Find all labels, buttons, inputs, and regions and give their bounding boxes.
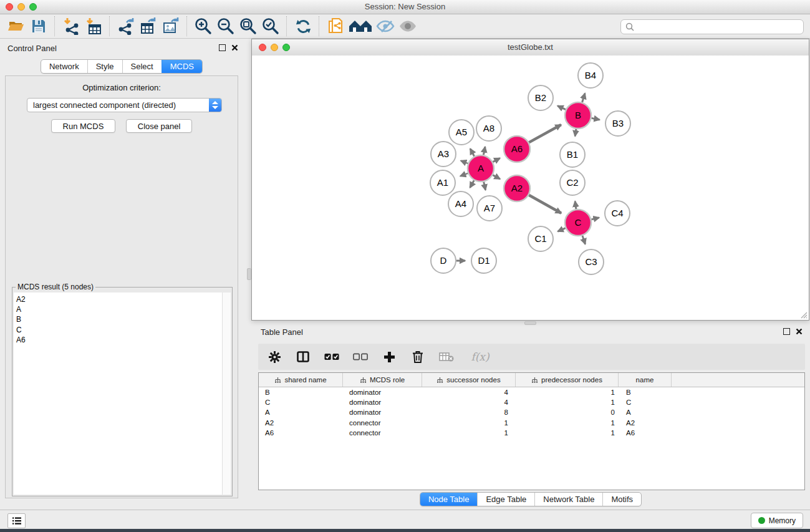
graph-node-A1[interactable]: A1 xyxy=(430,170,455,195)
graph-edge[interactable] xyxy=(529,195,561,213)
result-item[interactable]: B xyxy=(16,314,223,324)
result-item[interactable]: A6 xyxy=(16,335,223,345)
result-item[interactable]: A2 xyxy=(16,294,223,304)
table-cell[interactable]: 1 xyxy=(516,429,619,437)
graph-node-A8[interactable]: A8 xyxy=(476,116,501,141)
table-cell[interactable]: 4 xyxy=(422,389,516,396)
graph-node-B3[interactable]: B3 xyxy=(605,111,630,136)
tab-motifs[interactable]: Motifs xyxy=(602,493,641,506)
result-item[interactable]: A xyxy=(16,304,223,314)
graph-edge[interactable] xyxy=(575,129,576,137)
deselect-all-button[interactable] xyxy=(353,349,368,364)
delete-table-button[interactable] xyxy=(439,349,454,364)
graph-edge[interactable] xyxy=(582,94,586,102)
graph-node-A6[interactable]: A6 xyxy=(504,136,530,162)
table-cell[interactable]: 1 xyxy=(516,399,619,406)
graph-node-D1[interactable]: D1 xyxy=(471,248,496,273)
home-button[interactable] xyxy=(347,16,374,37)
graph-edge[interactable] xyxy=(461,161,468,163)
run-mcds-button[interactable]: Run MCDS xyxy=(51,119,116,133)
graph-edge[interactable] xyxy=(484,182,486,190)
refresh-view-button[interactable] xyxy=(292,16,314,37)
result-list-scrollbar[interactable] xyxy=(222,293,231,495)
table-cell[interactable]: 8 xyxy=(422,409,516,416)
optimization-criterion-select[interactable]: largest connected component (directed) xyxy=(27,98,222,112)
table-cell[interactable]: 4 xyxy=(422,399,516,406)
graph-node-B4[interactable]: B4 xyxy=(578,63,603,88)
table-options-button[interactable] xyxy=(267,349,282,364)
open-network-file-button[interactable] xyxy=(324,16,347,37)
result-item[interactable]: C xyxy=(16,325,223,335)
table-cell[interactable]: A2 xyxy=(619,419,672,427)
graph-node-A[interactable]: A xyxy=(468,155,494,181)
tab-edge-table[interactable]: Edge Table xyxy=(477,493,534,506)
close-panel-button[interactable]: Close panel xyxy=(126,119,193,133)
function-builder-button[interactable]: f(x) xyxy=(468,349,493,364)
table-cell[interactable]: A2 xyxy=(259,419,343,427)
table-cell[interactable]: connector xyxy=(343,429,422,437)
table-cell[interactable]: dominator xyxy=(343,399,422,406)
import-network-button[interactable] xyxy=(60,16,82,37)
tab-select[interactable]: Select xyxy=(122,60,162,73)
graph-node-C[interactable]: C xyxy=(565,210,591,236)
table-cell[interactable]: 0 xyxy=(516,409,619,416)
table-cell[interactable]: 1 xyxy=(422,429,516,437)
table-row[interactable]: Cdominator41C xyxy=(259,397,804,407)
tab-network-table[interactable]: Network Table xyxy=(534,493,602,506)
table-cell[interactable]: 1 xyxy=(516,419,619,427)
table-cell[interactable]: A xyxy=(259,409,343,416)
graph-node-D[interactable]: D xyxy=(431,248,456,273)
tab-mcds[interactable]: MCDS xyxy=(162,60,202,73)
resize-grip-icon[interactable] xyxy=(799,310,808,319)
search-field[interactable] xyxy=(620,19,804,34)
graph-edge[interactable] xyxy=(582,236,586,244)
graph-edge[interactable] xyxy=(493,175,500,179)
graph-node-A3[interactable]: A3 xyxy=(431,142,456,167)
graph-node-A7[interactable]: A7 xyxy=(477,196,502,221)
table-cell[interactable]: B xyxy=(259,389,343,396)
close-table-panel-icon[interactable] xyxy=(796,328,803,335)
table-row[interactable]: A2connector11A2 xyxy=(259,418,804,428)
zoom-selected-button[interactable] xyxy=(259,16,282,37)
export-network-button[interactable] xyxy=(115,16,137,37)
show-columns-button[interactable] xyxy=(296,349,311,364)
network-canvas[interactable]: B4B2BB3B1A5A8A6A3AA1C2A2A4A7C4CC1C3DD1 xyxy=(252,56,809,320)
column-header-shared-name[interactable]: shared name xyxy=(259,373,343,387)
table-cell[interactable]: C xyxy=(619,399,672,406)
zoom-fit-button[interactable] xyxy=(237,16,259,37)
table-cell[interactable]: dominator xyxy=(343,389,422,396)
table-cell[interactable]: A xyxy=(619,409,672,416)
float-table-panel-icon[interactable] xyxy=(783,328,790,335)
search-input[interactable] xyxy=(637,21,803,33)
graph-node-C2[interactable]: C2 xyxy=(560,170,585,195)
table-cell[interactable]: B xyxy=(619,389,672,396)
table-cell[interactable]: A6 xyxy=(259,429,343,437)
save-session-button[interactable] xyxy=(27,16,50,37)
table-cell[interactable]: dominator xyxy=(343,409,422,416)
column-header-mcds-role[interactable]: MCDS role xyxy=(343,373,422,387)
graph-node-C4[interactable]: C4 xyxy=(605,201,630,226)
graph-node-C1[interactable]: C1 xyxy=(528,226,553,251)
column-header-name[interactable]: name xyxy=(619,373,672,387)
tab-style[interactable]: Style xyxy=(87,60,122,73)
graph-edge[interactable] xyxy=(558,228,566,231)
table-row[interactable]: A6connector11A6 xyxy=(259,428,804,438)
graph-edge[interactable] xyxy=(575,201,576,210)
tab-node-table[interactable]: Node Table xyxy=(420,493,478,506)
graph-node-B[interactable]: B xyxy=(565,102,591,128)
table-row[interactable]: Bdominator41B xyxy=(259,387,804,397)
graph-edge[interactable] xyxy=(470,149,475,157)
create-column-button[interactable] xyxy=(382,349,397,364)
select-all-button[interactable] xyxy=(324,349,339,364)
graph-edge[interactable] xyxy=(470,180,475,188)
import-table-button[interactable] xyxy=(82,16,105,37)
export-table-button[interactable] xyxy=(137,16,160,37)
float-panel-icon[interactable] xyxy=(219,44,226,51)
column-header-predecessor-nodes[interactable]: predecessor nodes xyxy=(516,373,619,387)
close-panel-icon[interactable] xyxy=(231,44,238,51)
zoom-in-button[interactable] xyxy=(192,16,215,37)
graph-node-C3[interactable]: C3 xyxy=(579,249,604,274)
graph-edge[interactable] xyxy=(529,125,561,142)
graph-node-A2[interactable]: A2 xyxy=(504,175,530,201)
memory-button[interactable]: Memory xyxy=(751,513,803,528)
